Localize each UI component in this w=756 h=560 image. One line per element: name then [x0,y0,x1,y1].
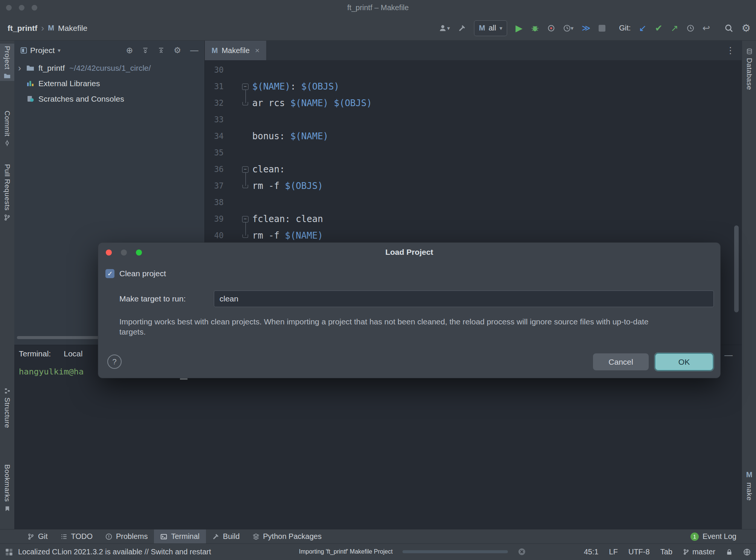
code-line[interactable]: 37 rm -f $(OBJS) [205,178,742,194]
hide-terminal-icon[interactable]: — [724,350,733,360]
editor-scrollbar[interactable] [734,225,739,312]
toolwindow-bookmarks[interactable]: Bookmarks [0,462,14,514]
git-push-icon[interactable]: ↗ [671,23,678,33]
tree-item-scratches[interactable]: Scratches and Consoles [14,91,204,107]
git-update-icon[interactable]: ↙ [639,23,646,33]
project-panel-header: Project ▾ ⊕ ⚙ — [14,41,204,60]
toolwindow-build-button[interactable]: Build [206,530,246,544]
code-line[interactable]: 39fclean: clean [205,211,742,227]
event-log-button[interactable]: 1 Event Log [690,532,756,541]
code-line[interactable]: 33 [205,111,742,128]
build-hammer-icon[interactable] [458,24,466,32]
project-panel-title[interactable]: Project ▾ [20,46,61,55]
close-icon[interactable]: × [255,46,259,55]
code-line[interactable]: 32 ar rcs $(NAME) $(OBJS) [205,95,742,111]
debug-bug-icon[interactable] [531,24,539,32]
breadcrumb-project[interactable]: ft_printf [8,24,37,33]
tree-item-ft-printf[interactable]: › ft_printf ~/42/42cursus/1_circle/ [14,60,204,76]
expand-all-icon[interactable] [142,47,149,54]
tree-item-external-libraries[interactable]: External Libraries [14,76,204,91]
fold-marker-icon[interactable] [224,161,252,178]
lock-icon[interactable] [726,549,733,555]
toolwindow-python-packages-button[interactable]: Python Packages [246,530,328,544]
clean-project-checkbox[interactable]: ✓ [105,269,114,278]
terminal-prompt[interactable]: hangyulkim@ha [19,367,84,376]
toolwindow-switcher-icon[interactable] [5,548,13,556]
fold-gutter [224,62,252,78]
toolwindow-problems-button[interactable]: Problems [99,530,154,544]
event-log-label: Event Log [703,532,736,541]
fold-marker-icon[interactable] [224,211,252,227]
search-icon[interactable] [724,24,733,33]
history-icon[interactable] [687,24,694,32]
pull-request-icon [4,214,11,221]
coverage-icon[interactable] [547,24,555,32]
collapse-all-icon[interactable] [158,47,165,54]
cancel-button[interactable]: Cancel [593,353,649,370]
git-branch-name: master [692,548,715,556]
toolwindow-git-button[interactable]: Git [21,530,54,544]
editor-tab-bar: M Makefile × ⋮ [205,41,742,61]
horizontal-scrollbar[interactable] [17,336,108,339]
run-with-profiler-icon[interactable]: ≫ [582,23,590,33]
code-line[interactable]: 34bonus: $(NAME) [205,128,742,145]
line-number: 39 [205,215,224,224]
indent-style[interactable]: Tab [660,548,672,556]
locate-icon[interactable]: ⊕ [126,46,133,55]
settings-gear-icon[interactable]: ⚙ [742,22,751,34]
caret-position[interactable]: 45:1 [584,548,599,556]
hide-panel-icon[interactable]: — [190,46,198,55]
project-panel-title-text: Project [30,46,55,55]
run-button[interactable]: ▶ [515,23,522,33]
code-area[interactable]: 3031$(NAME): $(OBJS)32 ar rcs $(NAME) $(… [205,61,742,244]
toolwindow-pull-requests-label: Pull Requests [3,164,11,211]
code-line[interactable]: 38 [205,194,742,211]
git-commit-icon[interactable]: ✔ [655,23,662,33]
make-target-input[interactable] [214,291,714,307]
toolwindow-project-label: Project [3,46,11,70]
toolwindow-make[interactable]: M make [742,468,756,503]
code-line[interactable]: 35 [205,145,742,161]
status-message[interactable]: Localized CLion 2021.3.2 is available //… [18,548,211,556]
toolwindow-database[interactable]: Database [742,46,756,92]
code-line[interactable]: 40 rm -f $(NAME) [205,227,742,244]
toolwindow-terminal-button[interactable]: Terminal [154,530,206,544]
tab-makefile[interactable]: M Makefile × [205,41,266,60]
code-line[interactable]: 36clean: [205,161,742,178]
cancel-progress-icon[interactable] [518,548,526,556]
folder-icon [25,65,35,71]
fold-marker-icon[interactable] [224,227,252,244]
chevron-expand-icon[interactable]: › [14,63,25,73]
structure-icon [4,388,11,394]
run-config-selector[interactable]: M all ▾ [474,20,507,36]
left-toolwindow-strip: Project Commit Pull Requests Structure B… [0,41,15,529]
fold-marker-icon[interactable] [224,95,252,111]
toolwindow-pull-requests[interactable]: Pull Requests [0,162,14,223]
toolwindow-project[interactable]: Project [0,44,14,81]
fold-marker-icon[interactable] [224,78,252,95]
profiler-icon[interactable]: ▾ [563,24,574,32]
toolwindow-todo-button[interactable]: TODO [54,530,99,544]
code-line[interactable]: 31$(NAME): $(OBJS) [205,78,742,95]
line-separator[interactable]: LF [609,548,618,556]
terminal-tab-local[interactable]: Local [64,349,82,358]
git-branch-widget[interactable]: master [683,548,715,556]
panel-settings-icon[interactable]: ⚙ [174,46,181,55]
toolwindow-structure[interactable]: Structure [0,385,14,431]
dialog-description: Importing works best with clean projects… [119,317,707,337]
rollback-icon[interactable]: ↩ [703,23,710,33]
more-icon[interactable]: ⋮ [726,45,742,56]
clean-project-label[interactable]: Clean project [119,269,166,278]
profile-icon[interactable]: ▾ [439,24,450,32]
file-encoding[interactable]: UTF-8 [628,548,650,556]
toolwindow-commit[interactable]: Commit [0,108,14,149]
breadcrumb: ft_printf › M Makefile [8,23,87,33]
ok-button[interactable]: OK [655,353,713,370]
help-button[interactable]: ? [107,355,122,369]
localization-globe-icon[interactable] [743,548,751,556]
breadcrumb-file[interactable]: Makefile [58,24,87,33]
code-line[interactable]: 30 [205,62,742,78]
stop-icon[interactable] [599,25,605,32]
toolwindow-python-packages-label: Python Packages [263,532,322,541]
fold-marker-icon[interactable] [224,178,252,194]
